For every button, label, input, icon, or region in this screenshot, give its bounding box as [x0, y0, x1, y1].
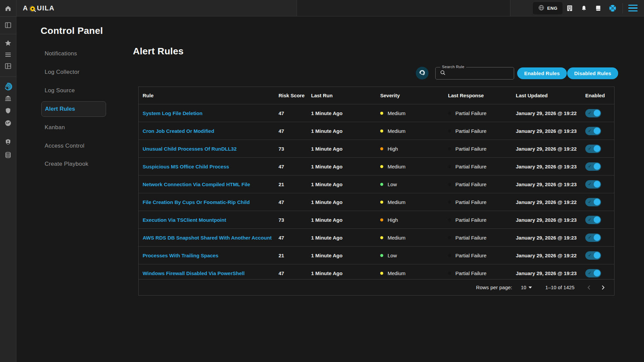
menu-item-kanban[interactable]: Kanban: [45, 124, 65, 131]
bank-icon[interactable]: [4, 94, 12, 102]
rows-per-page-select[interactable]: 10: [521, 285, 532, 290]
column-header: Enabled: [585, 87, 614, 104]
severity-cell: High: [380, 211, 448, 229]
column-header: Last Run: [311, 87, 380, 104]
risk-score-cell: 47: [279, 193, 311, 211]
home-icon[interactable]: [4, 4, 12, 12]
enabled-toggle[interactable]: ✓: [585, 145, 601, 153]
access-shield-user-icon[interactable]: [4, 138, 12, 146]
last-updated-cell: January 29, 2026 @ 19:23: [516, 211, 585, 229]
search-rule-field[interactable]: Search Rule: [435, 67, 514, 80]
last-updated-cell: January 29, 2026 @ 19:22: [516, 104, 585, 122]
threat-radar-icon[interactable]: [4, 82, 12, 90]
rule-link[interactable]: Suspicious MS Office Child Process: [143, 164, 229, 169]
side-panel-icon[interactable]: [4, 21, 12, 29]
response-dot: [448, 147, 451, 150]
docs-book-icon[interactable]: [592, 0, 604, 16]
menu-item-access-control[interactable]: Access Control: [45, 143, 85, 149]
previous-page-button[interactable]: [583, 282, 595, 293]
severity-dot: [380, 130, 383, 133]
enabled-toggle[interactable]: ✓: [585, 180, 601, 189]
topbar-divider: [623, 3, 623, 13]
support-buoy-icon[interactable]: [607, 0, 618, 16]
enabled-rules-button[interactable]: Enabled Rules: [517, 67, 567, 79]
enabled-toggle[interactable]: ✓: [585, 269, 601, 277]
rule-link[interactable]: AWS RDS DB Snapshot Shared With Another …: [143, 235, 272, 241]
last-updated-cell: January 29, 2026 @ 19:23: [516, 158, 585, 175]
aquila-logo[interactable]: AUILA: [23, 0, 55, 16]
response-dot: [448, 130, 451, 133]
last-run-cell: 1 Minute Ago: [311, 122, 380, 140]
database-icon[interactable]: [4, 151, 12, 159]
enabled-toggle[interactable]: ✓: [585, 198, 601, 206]
organization-icon[interactable]: [564, 0, 575, 16]
menu-hamburger-icon[interactable]: [628, 5, 638, 13]
response-label: Partial Failure: [455, 128, 487, 134]
enabled-toggle[interactable]: ✓: [585, 216, 601, 224]
rule-link[interactable]: File Creation By Cups Or Foomatic-Rip Ch…: [143, 199, 250, 205]
toggle-knob: [594, 181, 600, 188]
search-input[interactable]: [449, 70, 504, 76]
response-label: Partial Failure: [455, 253, 487, 258]
enabled-toggle[interactable]: ✓: [585, 127, 601, 135]
last-response-cell: Partial Failure: [448, 211, 516, 229]
last-run-cell: 1 Minute Ago: [311, 247, 380, 264]
response-label: Partial Failure: [455, 199, 487, 205]
response-dot: [448, 218, 451, 221]
menu-item-alert-rules[interactable]: Alert Rules: [41, 101, 106, 117]
enabled-toggle[interactable]: ✓: [585, 234, 601, 242]
rule-link[interactable]: Execution Via TSClient Mountpoint: [143, 217, 226, 223]
risk-score-cell: 47: [279, 229, 311, 247]
layout-grid-icon[interactable]: [4, 62, 12, 70]
search-field-label: Search Rule: [440, 65, 466, 69]
toggle-check-icon: ✓: [588, 164, 592, 169]
risk-score-cell: 47: [279, 104, 311, 122]
last-run-cell: 1 Minute Ago: [311, 104, 380, 122]
severity-label: Medium: [388, 199, 405, 205]
left-rail: [0, 0, 16, 362]
logo-text-uila: UILA: [37, 4, 55, 12]
rows-per-page-label: Rows per page:: [476, 285, 512, 290]
enabled-toggle[interactable]: ✓: [585, 251, 601, 260]
menu-item-log-collector[interactable]: Log Collector: [45, 69, 80, 75]
toggle-knob: [594, 163, 600, 170]
table-row: File Creation By Cups Or Foomatic-Rip Ch…: [139, 193, 614, 211]
language-label: ENG: [547, 6, 558, 11]
column-header: Last Response: [448, 87, 516, 104]
last-run-cell: 1 Minute Ago: [311, 158, 380, 175]
rule-link[interactable]: Processes With Trailing Spaces: [143, 253, 218, 258]
toggle-knob: [594, 127, 600, 134]
column-header: Rule: [139, 87, 279, 104]
rule-link[interactable]: Cron Job Created Or Modified: [143, 128, 214, 134]
severity-cell: Low: [380, 175, 448, 193]
rule-link[interactable]: System Log File Deletion: [143, 110, 202, 116]
rule-link[interactable]: Unusual Child Processes Of RunDLL32: [143, 146, 237, 152]
app-root: AUILA ENG: [0, 0, 644, 362]
search-icon: [440, 69, 446, 77]
language-selector[interactable]: ENG: [533, 2, 562, 14]
disabled-rules-button[interactable]: Disabled Rules: [567, 67, 618, 79]
topbar-search-area[interactable]: [297, 0, 510, 16]
list-menu-icon[interactable]: [4, 51, 12, 59]
menu-item-notifications[interactable]: Notifications: [45, 50, 77, 57]
favorites-star-icon[interactable]: [4, 39, 12, 47]
rule-link[interactable]: Network Connection Via Compiled HTML Fil…: [143, 182, 250, 187]
enabled-toggle[interactable]: ✓: [585, 109, 601, 117]
response-dot: [448, 112, 451, 115]
enabled-toggle[interactable]: ✓: [585, 162, 601, 171]
severity-dot: [380, 218, 383, 221]
shield-icon[interactable]: [4, 107, 12, 115]
notifications-bell-icon[interactable]: [578, 0, 590, 16]
toggle-knob: [594, 234, 600, 241]
gauge-icon[interactable]: [4, 119, 12, 127]
menu-item-log-source[interactable]: Log Source: [45, 87, 75, 94]
last-response-cell: Partial Failure: [448, 104, 516, 122]
next-page-button[interactable]: [597, 282, 609, 293]
rule-link[interactable]: Windows Firewall Disabled Via PowerShell: [143, 270, 245, 276]
ai-assistant-button[interactable]: [416, 67, 429, 80]
table-pagination: Rows per page: 10 1–10 of 1425: [139, 279, 614, 295]
risk-score-cell: 47: [279, 158, 311, 175]
response-label: Partial Failure: [455, 164, 487, 169]
menu-item-alert-rules-label: Alert Rules: [45, 106, 75, 112]
menu-item-create-playbook[interactable]: Create Playbook: [45, 161, 88, 167]
